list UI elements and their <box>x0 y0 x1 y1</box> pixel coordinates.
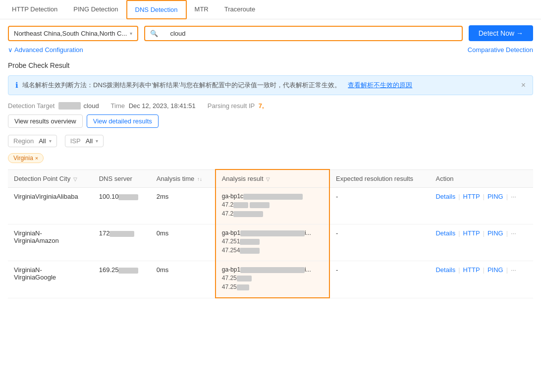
more-link-1[interactable]: ··· <box>511 193 516 200</box>
ping-link-1[interactable]: PING <box>487 193 503 200</box>
analysis-result-cell: ga-bp1i... 47.251 47.254 <box>216 224 329 261</box>
tag-remove-icon[interactable]: × <box>35 155 38 161</box>
probe-check-title: Probe Check Result <box>8 61 533 69</box>
isp-filter-value: All <box>86 137 93 145</box>
virginia-tag: Virginia × <box>8 153 44 163</box>
chevron-right-icon: ∨ <box>8 46 13 54</box>
tab-http[interactable]: HTTP Detection <box>4 0 65 19</box>
filter-row: Region All ▾ ISP All ▾ <box>8 135 533 147</box>
analysis-result-cell: ga-bp1c 47.2 47.2 <box>216 188 329 224</box>
th-analysis-time: Analysis time ↑↓ <box>151 169 216 188</box>
ping-link-2[interactable]: PING <box>487 229 503 237</box>
region-filter-value: All <box>39 137 46 145</box>
view-detailed-button[interactable]: View detailed results <box>87 114 159 128</box>
expected-cell: - <box>329 261 430 298</box>
city-filter-icon[interactable]: ▽ <box>73 176 77 182</box>
table-row: VirginiaN-VirginiaAmazon 172 0ms ga-bp1i… <box>8 224 533 261</box>
details-link-3[interactable]: Details <box>435 266 455 274</box>
region-selector[interactable]: Northeast China,South China,North C... ▾ <box>8 26 138 41</box>
action-cell: Details | HTTP | PING | ··· <box>430 188 533 224</box>
tab-ping[interactable]: PING Detection <box>65 0 126 19</box>
search-bar-row: Northeast China,South China,North C... ▾… <box>8 25 533 41</box>
http-link-3[interactable]: HTTP <box>463 266 480 274</box>
details-link-2[interactable]: Details <box>435 229 455 237</box>
analysis-result-filter-icon[interactable]: ▽ <box>266 176 270 182</box>
analysis-time-sort-icon[interactable]: ↑↓ <box>197 176 202 182</box>
th-analysis-result: Analysis result ▽ <box>216 169 329 188</box>
analysis-time-cell: 2ms <box>151 188 216 224</box>
city-cell: VirginiaN-VirginiaAmazon <box>8 224 93 261</box>
th-city: Detection Point City ▽ <box>8 169 93 188</box>
chevron-down-icon: ▾ <box>130 31 132 36</box>
more-link-3[interactable]: ··· <box>511 266 516 274</box>
info-link[interactable]: 查看解析不生效的原因 <box>348 81 412 90</box>
city-cell: VirginiaN-VirginiaGoogle <box>8 261 93 298</box>
th-dns: DNS server <box>93 169 151 188</box>
th-action: Action <box>430 169 533 188</box>
parsing-label: Parsing result IP <box>208 102 255 110</box>
target-value: cloud <box>84 102 99 110</box>
isp-filter-label: ISP <box>70 137 81 145</box>
time-value: Dec 12, 2023, 18:41:51 <box>129 102 196 110</box>
city-cell: VirginiaVirginiaAlibaba <box>8 188 93 224</box>
expected-cell: - <box>329 188 430 224</box>
isp-chevron-icon: ▾ <box>96 138 98 144</box>
region-filter[interactable]: Region All ▾ <box>8 135 57 147</box>
analysis-time-cell: 0ms <box>151 261 216 298</box>
analysis-result-cell: ga-bp1i... 47.25 47.25 <box>216 261 329 298</box>
expected-cell: - <box>329 224 430 261</box>
http-link-2[interactable]: HTTP <box>463 229 480 237</box>
analysis-time-cell: 0ms <box>151 224 216 261</box>
dns-cell: 100.10████ <box>93 188 151 224</box>
info-banner: ℹ 域名解析生效判断方法：DNS拨测结果列表中'解析结果'与您在解析配置中的记录… <box>8 75 533 95</box>
isp-filter[interactable]: ISP All ▾ <box>65 135 104 147</box>
tab-traceroute[interactable]: Traceroute <box>216 0 263 19</box>
dns-cell: 169.25 <box>93 261 151 298</box>
comparative-detection-link[interactable]: Comparative Detection <box>468 46 533 57</box>
main-content: Northeast China,South China,North C... ▾… <box>0 19 541 304</box>
info-icon: ℹ <box>15 81 18 90</box>
info-banner-text: 域名解析生效判断方法：DNS拨测结果列表中'解析结果'与您在解析配置中的记录值一… <box>22 81 341 90</box>
target-label: Detection Target <box>8 102 54 110</box>
tag-row: Virginia × <box>8 153 533 163</box>
table-row: VirginiaVirginiaAlibaba 100.10████ 2ms g… <box>8 188 533 224</box>
details-link-1[interactable]: Details <box>435 193 455 200</box>
detect-now-button[interactable]: Detect Now → <box>469 25 533 41</box>
parsing-ip-count: 7, <box>259 102 264 110</box>
time-label: Time <box>111 102 125 110</box>
results-table: Detection Point City ▽ DNS server Analys… <box>8 169 533 298</box>
tab-mtr[interactable]: MTR <box>187 0 216 19</box>
domain-search-input[interactable] <box>161 30 456 37</box>
tab-dns[interactable]: DNS Detection <box>126 0 187 19</box>
region-filter-label: Region <box>13 137 34 145</box>
more-link-2[interactable]: ··· <box>511 229 516 237</box>
search-icon: 🔍 <box>150 30 158 37</box>
th-expected: Expected resolution results <box>329 169 430 188</box>
tabs-bar: HTTP Detection PING Detection DNS Detect… <box>0 0 541 19</box>
region-select-text: Northeast China,South China,North C... <box>14 30 127 37</box>
domain-search-box[interactable]: 🔍 <box>144 26 462 41</box>
tag-label: Virginia <box>13 155 33 162</box>
action-cell: Details | HTTP | PING | ··· <box>430 224 533 261</box>
advanced-config-label: Advanced Configuration <box>14 46 83 54</box>
table-row: VirginiaN-VirginiaGoogle 169.25 0ms ga-b… <box>8 261 533 298</box>
advanced-config-toggle[interactable]: ∨ Advanced Configuration <box>8 46 83 54</box>
view-overview-button[interactable]: View results overview <box>8 114 83 128</box>
http-link-1[interactable]: HTTP <box>463 193 480 200</box>
detection-meta: Detection Target ████ cloud Time Dec 12,… <box>8 102 533 110</box>
dns-cell: 172 <box>93 224 151 261</box>
action-cell: Details | HTTP | PING | ··· <box>430 261 533 298</box>
ping-link-3[interactable]: PING <box>487 266 503 274</box>
region-chevron-icon: ▾ <box>49 138 52 144</box>
close-icon[interactable]: × <box>521 81 526 90</box>
result-buttons: View results overview View detailed resu… <box>8 114 533 128</box>
